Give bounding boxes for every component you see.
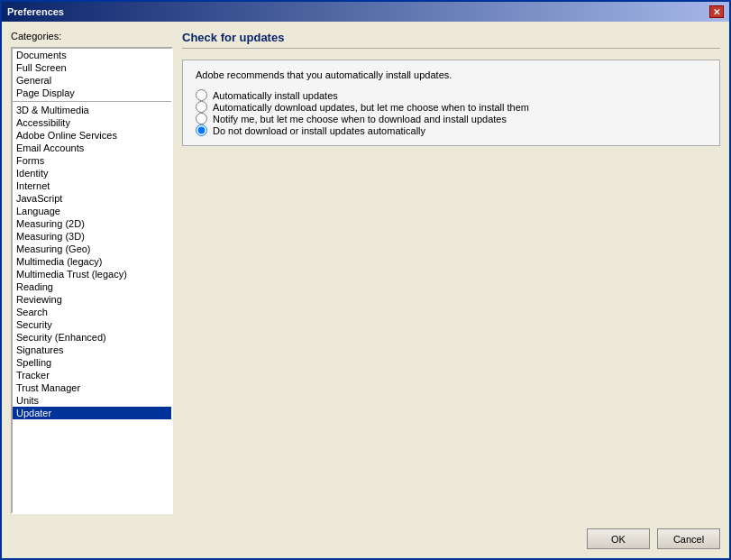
category-item-search[interactable]: Search: [13, 306, 171, 318]
category-item-units[interactable]: Units: [13, 394, 171, 407]
category-item-trust-manager[interactable]: Trust Manager: [13, 381, 171, 394]
category-item-security-enhanced[interactable]: Security (Enhanced): [13, 331, 171, 344]
radio-option-auto-download[interactable]: Automatically download updates, but let …: [196, 101, 707, 113]
radio-option-notify[interactable]: Notify me, but let me choose when to dow…: [196, 113, 707, 124]
category-item-documents[interactable]: Documents: [13, 49, 171, 61]
category-item-language[interactable]: Language: [13, 205, 171, 217]
radio-label-do-not-download: Do not download or install updates autom…: [213, 125, 425, 136]
category-item-measuring-3d[interactable]: Measuring (3D): [13, 230, 171, 243]
radio-options: Automatically install updatesAutomatical…: [196, 89, 707, 136]
radio-label-auto-install: Automatically install updates: [213, 90, 338, 101]
category-item-updater[interactable]: Updater: [13, 407, 171, 419]
category-item-tracker[interactable]: Tracker: [13, 369, 171, 381]
close-button[interactable]: ✕: [709, 5, 724, 18]
dialog-body: Categories: DocumentsFull ScreenGeneralP…: [2, 22, 729, 523]
category-item-forms[interactable]: Forms: [13, 154, 171, 167]
categories-list[interactable]: DocumentsFull ScreenGeneralPage Display3…: [11, 47, 173, 514]
category-item-signatures[interactable]: Signatures: [13, 344, 171, 356]
category-item-security[interactable]: Security: [13, 318, 171, 331]
dialog-title: Preferences: [7, 6, 64, 17]
radio-label-notify: Notify me, but let me choose when to dow…: [213, 114, 507, 124]
category-item-email-accounts[interactable]: Email Accounts: [13, 142, 171, 154]
left-panel: Categories: DocumentsFull ScreenGeneralP…: [11, 31, 173, 514]
right-panel: Check for updates Adobe recommends that …: [182, 31, 720, 514]
category-item-identity[interactable]: Identity: [13, 167, 171, 179]
radio-option-auto-install[interactable]: Automatically install updates: [196, 89, 707, 101]
preferences-dialog: Preferences ✕ Categories: DocumentsFull …: [0, 0, 731, 560]
category-item-full-screen[interactable]: Full Screen: [13, 61, 171, 74]
category-item-adobe-online-services[interactable]: Adobe Online Services: [13, 129, 171, 142]
radio-input-auto-download[interactable]: [196, 101, 207, 113]
categories-label: Categories:: [11, 31, 173, 41]
radio-input-do-not-download[interactable]: [196, 124, 207, 136]
category-item-general[interactable]: General: [13, 74, 171, 87]
category-item-multimedia-trust[interactable]: Multimedia Trust (legacy): [13, 268, 171, 280]
category-item-reading[interactable]: Reading: [13, 280, 171, 293]
category-item-page-display[interactable]: Page Display: [13, 87, 171, 99]
radio-input-notify[interactable]: [196, 113, 207, 124]
category-item-reviewing[interactable]: Reviewing: [13, 293, 171, 306]
radio-input-auto-install[interactable]: [196, 89, 207, 101]
category-item-accessibility[interactable]: Accessibility: [13, 116, 171, 129]
radio-label-auto-download: Automatically download updates, but let …: [213, 102, 529, 113]
category-item-measuring-2d[interactable]: Measuring (2D): [13, 217, 171, 230]
category-item-3d-multimedia[interactable]: 3D & Multimedia: [13, 104, 171, 116]
cancel-button[interactable]: Cancel: [657, 528, 720, 549]
section-title: Check for updates: [182, 31, 720, 49]
recommend-text: Adobe recommends that you automatically …: [196, 69, 707, 80]
content-box: Adobe recommends that you automatically …: [182, 60, 720, 146]
category-item-measuring-geo[interactable]: Measuring (Geo): [13, 243, 171, 255]
category-item-internet[interactable]: Internet: [13, 179, 171, 192]
category-item-spelling[interactable]: Spelling: [13, 356, 171, 369]
title-bar: Preferences ✕: [2, 2, 729, 22]
list-separator: [13, 101, 171, 102]
ok-button[interactable]: OK: [587, 528, 650, 549]
dialog-footer: OK Cancel: [2, 523, 729, 558]
category-item-javascript[interactable]: JavaScript: [13, 192, 171, 205]
category-item-multimedia-legacy[interactable]: Multimedia (legacy): [13, 255, 171, 268]
radio-option-do-not-download[interactable]: Do not download or install updates autom…: [196, 124, 707, 136]
